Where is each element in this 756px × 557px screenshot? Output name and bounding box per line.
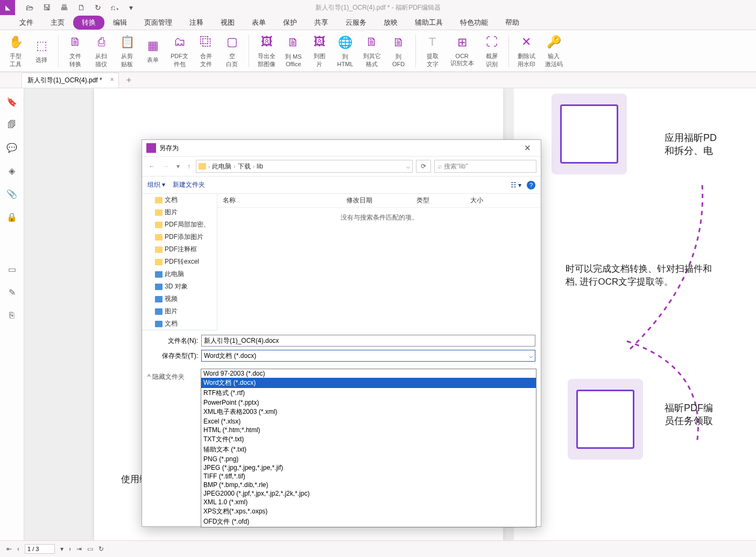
view-mode-2-icon[interactable]: ↻	[98, 545, 104, 553]
menu-help[interactable]: 帮助	[497, 16, 528, 30]
export-images-button[interactable]: 🖼导出全 部图像	[255, 33, 279, 69]
format-option[interactable]: TIFF (*.tiff,*.tif)	[201, 472, 536, 481]
tree-item[interactable]: 文档	[142, 194, 217, 206]
col-date[interactable]: 修改日期	[347, 196, 416, 205]
tree-item[interactable]: PDF注释框	[142, 243, 217, 256]
menu-view[interactable]: 视图	[212, 16, 243, 30]
print-icon[interactable]: 🖶	[60, 3, 68, 12]
document-tab[interactable]: 新人引导(1)_OCR(4).pdf *×	[22, 73, 119, 88]
format-option[interactable]: XML 1.0 (*.xml)	[201, 498, 536, 506]
merge-button[interactable]: ⿻合并 文件	[195, 33, 217, 69]
menu-access[interactable]: 辅助工具	[406, 16, 451, 30]
comments-icon[interactable]: 💬	[6, 143, 17, 153]
nav-up-button[interactable]: ↑	[185, 160, 193, 172]
format-option[interactable]: XPS文档(*.xps,*.oxps)	[201, 506, 536, 517]
last-page-button[interactable]: ⇥	[76, 545, 82, 553]
ocr-button[interactable]: ⊞OCR 识别文本	[447, 33, 477, 68]
nav-forward-button[interactable]: →	[160, 160, 171, 172]
pdf-package-button[interactable]: 🗂PDF文 件包	[167, 33, 192, 69]
chevron-down-icon[interactable]: ⌵	[406, 163, 410, 170]
undo-icon[interactable]: ⎌▾	[111, 3, 119, 12]
tree-item[interactable]: 图片	[142, 206, 217, 218]
folder-tree[interactable]: 文档图片PDF局部加密、PDF添加图片PDF注释框PDF转excel此电脑3D …	[142, 194, 217, 330]
open-icon[interactable]: 🗁	[26, 3, 33, 12]
prev-page-button[interactable]: ‹	[17, 545, 19, 553]
layers-icon[interactable]: ◈	[9, 166, 15, 176]
pages-icon[interactable]: 🗐	[8, 120, 16, 130]
format-option[interactable]: Word 97-2003 (*.doc)	[201, 369, 536, 378]
menu-file[interactable]: 文件	[11, 16, 42, 30]
format-option[interactable]: BMP (*.bmp,*.dib,*.rle)	[201, 481, 536, 489]
menu-cloud[interactable]: 云服务	[337, 16, 375, 30]
new-folder-button[interactable]: 新建文件夹	[173, 180, 205, 189]
from-clipboard-button[interactable]: 📋从剪 贴板	[116, 33, 138, 69]
panel-icon-2[interactable]: ✎	[9, 287, 16, 298]
menu-form[interactable]: 表单	[243, 16, 274, 30]
panel-icon-1[interactable]: ▭	[8, 264, 16, 274]
more-icon[interactable]: ▾	[129, 3, 133, 12]
menu-play[interactable]: 放映	[375, 16, 406, 30]
help-button[interactable]: ?	[527, 181, 535, 189]
breadcrumb[interactable]: ›此电脑 ›下载 ›lib ⌵	[196, 160, 413, 173]
format-option[interactable]: TXT文件(*.txt)	[201, 434, 536, 445]
organize-button[interactable]: 组织 ▾	[147, 180, 165, 189]
redo-icon[interactable]: ↻	[95, 3, 101, 12]
tree-item[interactable]: 图片	[142, 305, 217, 318]
nav-recent-button[interactable]: ▾	[174, 160, 182, 172]
next-page-button[interactable]: ›	[69, 545, 71, 553]
to-ofd-button[interactable]: 🗎到 OFD	[387, 33, 410, 68]
tree-item[interactable]: PDF局部加密、	[142, 218, 217, 231]
page-dropdown-icon[interactable]: ▾	[60, 545, 63, 553]
menu-convert[interactable]: 转换	[73, 16, 104, 30]
tree-item[interactable]: 视频	[142, 293, 217, 305]
format-option[interactable]: 辅助文本 (*.txt)	[201, 445, 536, 455]
menu-edit[interactable]: 编辑	[104, 16, 136, 30]
menu-comment[interactable]: 注释	[181, 16, 212, 30]
page-input[interactable]	[25, 544, 55, 554]
menu-share[interactable]: 共享	[306, 16, 337, 30]
filetype-dropdown[interactable]: Word 97-2003 (*.doc)Word文档 (*.docx)RTF格式…	[201, 369, 536, 527]
format-option[interactable]: PNG (*.png)	[201, 455, 536, 463]
menu-home[interactable]: 主页	[42, 16, 73, 30]
tree-item[interactable]: 此电脑	[142, 268, 217, 280]
refresh-button[interactable]: ⟳	[416, 160, 431, 173]
tree-item[interactable]: PDF转excel	[142, 256, 217, 268]
format-option[interactable]: JPEG (*.jpg,*.jpeg,*.jpe,*.jif)	[201, 463, 536, 472]
view-options-button[interactable]: ☷ ▾	[511, 181, 521, 189]
filetype-select[interactable]: Word文档 (*.docx)⌵	[201, 350, 535, 362]
format-option[interactable]: XML电子表格2003 (*.xml)	[201, 407, 536, 417]
blank-page-button[interactable]: ▢空 白页	[221, 33, 243, 69]
panel-icon-3[interactable]: ⎘	[9, 311, 15, 320]
dialog-close-button[interactable]: ✕	[519, 141, 536, 155]
col-name[interactable]: 名称	[223, 196, 347, 205]
to-image-button[interactable]: 🖼到图 片	[308, 33, 331, 69]
select-button[interactable]: ⬚选择	[30, 37, 53, 65]
to-other-button[interactable]: 🗎到其它 格式	[360, 33, 384, 69]
add-tab-button[interactable]: +	[126, 75, 131, 85]
save-icon[interactable]: 🖫	[43, 3, 51, 12]
menu-protect[interactable]: 保护	[274, 16, 306, 30]
to-html-button[interactable]: 🌐到 HTML	[334, 33, 357, 68]
security-icon[interactable]: 🔒	[6, 212, 17, 222]
nav-back-button[interactable]: ←	[146, 160, 157, 172]
to-msoffice-button[interactable]: 🗎到 MS Office	[282, 33, 305, 68]
file-convert-button[interactable]: 🗎文件 转换	[64, 33, 87, 69]
format-option[interactable]: RTF格式 (*.rtf)	[201, 388, 536, 398]
format-option[interactable]: Excel (*.xlsx)	[201, 417, 536, 426]
from-scanner-button[interactable]: ⎙从扫 描仪	[90, 33, 112, 69]
format-option[interactable]: Word文档 (*.docx)	[201, 378, 536, 388]
bookmark-icon[interactable]: 🔖	[6, 97, 17, 107]
format-option[interactable]: HTML (*.htm;*.html)	[201, 426, 536, 434]
menu-page[interactable]: 页面管理	[136, 16, 181, 30]
first-page-button[interactable]: ⇤	[6, 545, 12, 553]
attachment-icon[interactable]: 📎	[6, 189, 17, 199]
ribbon-form-button[interactable]: ▦表单	[142, 37, 164, 65]
filename-input[interactable]	[201, 335, 535, 347]
new-icon[interactable]: 🗋	[77, 3, 85, 12]
format-option[interactable]: OFD文件 (*.ofd)	[201, 517, 536, 527]
tree-item[interactable]: 文档	[142, 318, 217, 330]
screenshot-ocr-button[interactable]: ⛶截屏 识别	[481, 33, 503, 69]
search-input[interactable]: ⌕搜索"lib"	[434, 160, 536, 173]
format-option[interactable]: JPEG2000 (*.jpf,*.jpx,*.jp2,*.j2k,*.jpc)	[201, 489, 536, 498]
activate-button[interactable]: 🔑输入 激活码	[542, 33, 566, 69]
